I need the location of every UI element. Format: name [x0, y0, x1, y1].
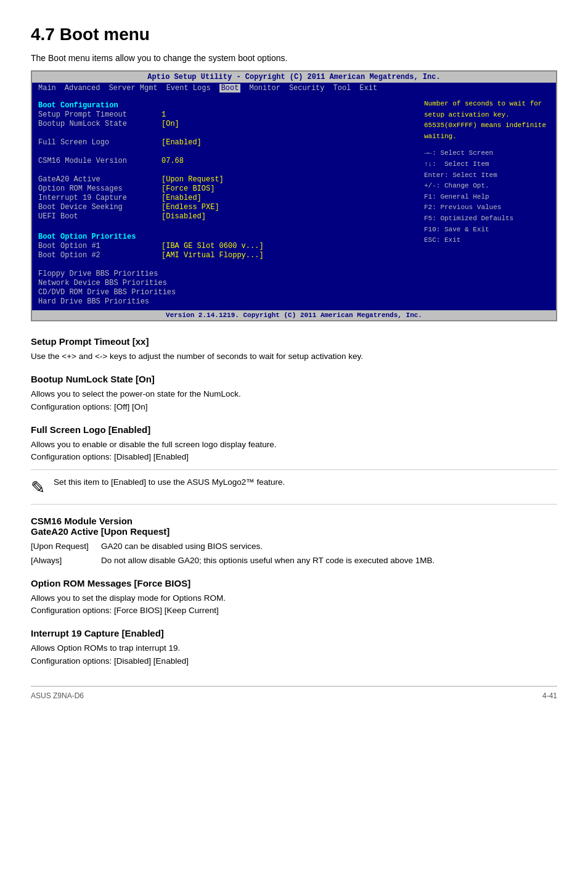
- footer-page-number: 4-41: [542, 691, 557, 700]
- section-title-csm16-gatea20: CSM16 Module VersionGateA20 Active [Upon…: [31, 516, 557, 537]
- bios-row-cddvd-bbs: CD/DVD ROM Drive BBS Priorities: [38, 288, 414, 297]
- bios-footer: Version 2.14.1219. Copyright (C) 2011 Am…: [32, 310, 556, 320]
- bios-row-boot-opt1: Boot Option #1 [IBA GE Slot 0600 v...]: [38, 242, 414, 250]
- bios-menu-security: Security: [289, 84, 325, 93]
- section-option-rom: Option ROM Messages [Force BIOS] Allows …: [31, 578, 557, 617]
- section-csm16-gatea20: CSM16 Module VersionGateA20 Active [Upon…: [31, 516, 557, 567]
- bios-row-setup-prompt: Setup Prompt Timeout 1: [38, 110, 414, 119]
- section-title-full-screen-logo: Full Screen Logo [Enabled]: [31, 424, 557, 435]
- section-body-option-rom: Allows you to set the display mode for O…: [31, 592, 557, 617]
- section-body-interrupt19: Allows Option ROMs to trap interrupt 19.…: [31, 642, 557, 667]
- gatea20-upon-request-row: [Upon Request] GA20 can be disabled usin…: [31, 540, 557, 553]
- bios-body: Boot Configuration Setup Prompt Timeout …: [32, 94, 556, 310]
- intro-text: The Boot menu items allow you to change …: [31, 53, 557, 63]
- gatea20-always-val: Do not allow disable GA20; this optionis…: [101, 555, 557, 567]
- section-bootup-numlock: Bootup NumLock State [On] Allows you to …: [31, 374, 557, 413]
- gatea20-always-key: [Always]: [31, 555, 99, 567]
- bios-menu-main: Main: [38, 84, 56, 93]
- bios-menu-bar: Main Advanced Server Mgmt Event Logs Boo…: [32, 83, 556, 94]
- bios-menu-boot[interactable]: Boot: [219, 84, 241, 93]
- bios-menu-server-mgmt: Server Mgmt: [108, 84, 157, 93]
- bios-row-floppy-bbs: Floppy Drive BBS Priorities: [38, 270, 414, 278]
- section-setup-prompt-timeout: Setup Prompt Timeout [xx] Use the <+> an…: [31, 336, 557, 363]
- bios-menu-advanced: Advanced: [65, 84, 100, 93]
- bios-row-full-screen-logo: Full Screen Logo [Enabled]: [38, 138, 414, 147]
- gatea20-upon-request-key: [Upon Request]: [31, 540, 99, 553]
- bios-row-blank2: [38, 147, 414, 156]
- bios-row-network-bbs: Network Device BBS Priorities: [38, 279, 414, 287]
- section-title-setup-prompt: Setup Prompt Timeout [xx]: [31, 336, 557, 347]
- bios-row-numlock: Bootup NumLock State [On]: [38, 120, 414, 128]
- bios-menu-exit: Exit: [359, 84, 377, 93]
- bios-row-gatea20: GateA20 Active [Upon Request]: [38, 175, 414, 184]
- bios-row-blank3: [38, 166, 414, 175]
- bios-row-csm16: CSM16 Module Version 07.68: [38, 157, 414, 165]
- note-icon: ✎: [31, 477, 45, 498]
- bios-row-uefi: UEFI Boot [Disabled]: [38, 212, 414, 221]
- page-footer: ASUS Z9NA-D6 4-41: [31, 686, 557, 700]
- bios-row-blank4: [38, 221, 414, 230]
- section-interrupt19: Interrupt 19 Capture [Enabled] Allows Op…: [31, 628, 557, 667]
- page-title: 4.7 Boot menu: [31, 25, 557, 44]
- note-full-screen-logo: ✎ Set this item to [Enabled] to use the …: [31, 469, 557, 505]
- section-title-numlock: Bootup NumLock State [On]: [31, 374, 557, 384]
- footer-product: ASUS Z9NA-D6: [31, 691, 84, 700]
- section-body-full-screen-logo: Allows you to enable or disable the full…: [31, 439, 557, 464]
- gatea20-always-row: [Always] Do not allow disable GA20; this…: [31, 555, 557, 567]
- section-body-setup-prompt: Use the <+> and <-> keys to adjust the n…: [31, 350, 557, 363]
- bios-menu-event-logs: Event Logs: [166, 84, 211, 93]
- bios-left-panel: Boot Configuration Setup Prompt Timeout …: [32, 97, 420, 310]
- bios-help-text: Number of seconds to wait for setup acti…: [424, 99, 550, 142]
- bios-title-bar: Aptio Setup Utility - Copyright (C) 2011…: [32, 72, 556, 83]
- bios-keys-text: →←: Select Screen ↑↓: Select Item Enter:…: [424, 148, 550, 245]
- bios-row-boot-device: Boot Device Seeking [Endless PXE]: [38, 203, 414, 212]
- bios-section-boot-config: Boot Configuration: [38, 101, 414, 110]
- bios-row-blank1: [38, 129, 414, 138]
- bios-section-boot-priorities: Boot Option Priorities: [38, 233, 414, 241]
- note-text-full-screen-logo: Set this item to [Enabled] to use the AS…: [54, 476, 285, 489]
- bios-screen: Aptio Setup Utility - Copyright (C) 2011…: [31, 70, 557, 321]
- section-full-screen-logo: Full Screen Logo [Enabled] Allows you to…: [31, 424, 557, 505]
- bios-row-hdd-bbs: Hard Drive BBS Priorities: [38, 297, 414, 306]
- section-title-interrupt19: Interrupt 19 Capture [Enabled]: [31, 628, 557, 638]
- bios-row-boot-opt2: Boot Option #2 [AMI Virtual Floppy...]: [38, 251, 414, 260]
- bios-row-option-rom: Option ROM Messages [Force BIOS]: [38, 184, 414, 193]
- bios-row-interrupt19: Interrupt 19 Capture [Enabled]: [38, 194, 414, 202]
- section-body-csm16-gatea20: [Upon Request] GA20 can be disabled usin…: [31, 540, 557, 567]
- bios-right-panel: Number of seconds to wait for setup acti…: [420, 97, 556, 310]
- gatea20-upon-request-val: GA20 can be disabled using BIOS services…: [101, 540, 557, 553]
- bios-menu-tool: Tool: [333, 84, 351, 93]
- bios-menu-monitor: Monitor: [249, 84, 280, 93]
- section-body-numlock: Allows you to select the power-on state …: [31, 388, 557, 413]
- bios-row-blank5: [38, 260, 414, 269]
- section-title-option-rom: Option ROM Messages [Force BIOS]: [31, 578, 557, 588]
